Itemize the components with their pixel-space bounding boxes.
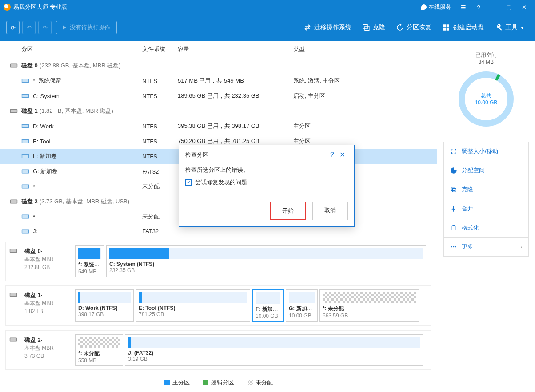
more-action[interactable]: 更多› bbox=[443, 238, 529, 257]
more-label: 更多 bbox=[462, 243, 473, 251]
map-partition[interactable]: G: 新加卷... 10.00 GB bbox=[286, 289, 318, 322]
play-icon bbox=[63, 25, 66, 30]
partition-fs: NTFS bbox=[142, 123, 178, 130]
partition-name: *: 系统保留 bbox=[33, 77, 142, 85]
merge-action[interactable]: 合并 bbox=[443, 199, 529, 218]
clone-action[interactable]: 克隆 bbox=[443, 180, 529, 199]
svg-rect-23 bbox=[22, 185, 28, 188]
allocate-label: 分配空间 bbox=[462, 166, 485, 174]
part-fill bbox=[139, 292, 247, 303]
map-disk-title: 磁盘 0· bbox=[24, 247, 68, 255]
format-label: 格式化 bbox=[462, 224, 479, 232]
boot-disk-button[interactable]: 创建启动盘 bbox=[437, 14, 489, 41]
dialog-help-icon: ? bbox=[330, 151, 334, 158]
recover-button[interactable]: 分区恢复 bbox=[391, 14, 437, 41]
redo-button[interactable]: ↷ bbox=[38, 21, 52, 34]
map-part-label: *: 未分配 bbox=[78, 350, 120, 357]
help-button[interactable]: ? bbox=[471, 0, 486, 14]
fix-errors-checkbox[interactable]: ✓ 尝试修复发现的问题 bbox=[185, 178, 348, 186]
pending-ops: 没有待执行操作 bbox=[56, 21, 117, 34]
maximize-button[interactable]: ▢ bbox=[501, 0, 516, 14]
legend-logical: 逻辑分区 bbox=[203, 379, 234, 387]
partition-row[interactable]: C: System NTFS 189.65 GB 已用，共 232.35 GB … bbox=[0, 88, 437, 103]
map-partition[interactable]: *: 未分配 663.59 GB bbox=[319, 289, 419, 322]
online-service-button[interactable]: 在线服务 bbox=[417, 0, 456, 14]
partition-name: * bbox=[33, 214, 142, 220]
partition-icon bbox=[21, 139, 29, 144]
map-partition[interactable]: C: System (NTFS) 232.35 GB bbox=[106, 245, 426, 277]
svg-rect-0 bbox=[363, 24, 367, 29]
disk-row[interactable]: 磁盘 0 (232.88 GB, 基本盘, MBR 磁盘) bbox=[0, 58, 437, 73]
menu-button[interactable]: ☰ bbox=[456, 0, 471, 14]
col-filesystem: 文件系统 bbox=[142, 45, 178, 53]
dialog-cancel-button[interactable]: 取消 bbox=[312, 202, 348, 220]
legend-unalloc: 未分配 bbox=[248, 379, 273, 387]
titlebar: 易我分区大师 专业版 在线服务 ☰ ? — ▢ ✕ bbox=[0, 0, 535, 14]
table-header: 分区 文件系统 容量 类型 bbox=[0, 41, 437, 58]
map-disk-sub: 基本盘 MBR bbox=[24, 299, 68, 307]
undo-button[interactable]: ↶ bbox=[22, 21, 36, 34]
format-icon bbox=[450, 224, 457, 231]
undo-icon: ↶ bbox=[27, 24, 32, 31]
map-disk-size: 3.73 GB bbox=[24, 352, 68, 360]
map-partition[interactable]: *: 系统保... 549 MB bbox=[75, 245, 104, 277]
map-part-size: 3.19 GB bbox=[128, 356, 420, 362]
hdd-icon bbox=[9, 292, 17, 297]
dialog-start-button[interactable]: 开始 bbox=[270, 202, 306, 220]
disk-maps: 磁盘 0· 基本盘 MBR 232.88 GB *: 系统保... 549 MB… bbox=[0, 238, 437, 374]
svg-point-43 bbox=[455, 246, 456, 248]
partition-fs: NTFS bbox=[142, 93, 178, 99]
app-logo-icon bbox=[4, 4, 11, 11]
allocate-action[interactable]: 分配空间 bbox=[443, 161, 529, 180]
partition-type: 主分区 bbox=[293, 137, 437, 145]
dialog-message: 检查所选分区上的错误。 bbox=[185, 166, 348, 174]
svg-rect-21 bbox=[22, 170, 28, 173]
close-button[interactable]: ✕ bbox=[516, 0, 531, 14]
svg-rect-27 bbox=[22, 215, 28, 218]
tools-button[interactable]: 工具 ▾ bbox=[489, 14, 529, 41]
svg-rect-7 bbox=[11, 64, 17, 67]
clone-button[interactable]: 克隆 bbox=[357, 14, 391, 41]
dialog-title: 检查分区 bbox=[185, 151, 327, 159]
square-logical-icon bbox=[203, 380, 208, 385]
map-partition[interactable]: F: 新加卷... 10.00 GB bbox=[252, 289, 284, 322]
disk-row[interactable]: 磁盘 1 (1.82 TB, 基本盘, MBR 磁盘) bbox=[0, 103, 437, 119]
map-partition[interactable]: *: 未分配 558 MB bbox=[75, 334, 123, 366]
map-disk-title: 磁盘 1· bbox=[24, 291, 68, 299]
partition-type: 系统, 激活, 主分区 bbox=[293, 77, 437, 85]
unalloc-fill bbox=[323, 292, 416, 303]
map-disk-info: 磁盘 0· 基本盘 MBR 232.88 GB bbox=[22, 245, 71, 277]
map-part-size: 10.00 GB bbox=[289, 313, 315, 319]
chevron-down-icon: ▾ bbox=[521, 25, 523, 30]
map-part-label: *: 系统保... bbox=[78, 261, 101, 269]
part-fill bbox=[78, 248, 101, 259]
hdd-icon bbox=[10, 108, 18, 114]
map-partition[interactable]: D: Work (NTFS) 398.17 GB bbox=[75, 289, 134, 322]
map-disk-size: 1.82 TB bbox=[24, 307, 68, 315]
partition-row[interactable]: *: 系统保留 NTFS 517 MB 已用，共 549 MB 系统, 激活, … bbox=[0, 73, 437, 88]
svg-rect-29 bbox=[22, 230, 28, 233]
dialog-help-button[interactable]: ? bbox=[327, 151, 337, 159]
map-partition[interactable]: E: Tool (NTFS) 781.25 GB bbox=[136, 289, 250, 322]
refresh-button[interactable]: ⟳ bbox=[6, 21, 20, 34]
dialog-close-button[interactable]: ✕ bbox=[337, 150, 348, 159]
part-fill bbox=[109, 248, 423, 259]
merge-icon bbox=[450, 205, 457, 212]
checkbox-checked-icon: ✓ bbox=[185, 179, 192, 186]
svg-rect-15 bbox=[22, 125, 28, 127]
bell-icon bbox=[421, 4, 427, 10]
format-action[interactable]: 格式化 bbox=[443, 218, 529, 238]
app-title: 易我分区大师 专业版 bbox=[13, 3, 67, 11]
migrate-os-button[interactable]: 迁移操作系统 bbox=[298, 14, 357, 41]
minimize-button[interactable]: — bbox=[486, 0, 501, 14]
svg-rect-40 bbox=[451, 226, 456, 230]
map-part-label: E: Tool (NTFS) bbox=[139, 305, 247, 311]
square-primary-icon bbox=[164, 380, 170, 385]
more-icon bbox=[450, 243, 457, 250]
resize-action[interactable]: 调整大小/移动 bbox=[443, 142, 529, 161]
map-partition[interactable]: J: (FAT32) 3.19 GB bbox=[125, 334, 423, 366]
partition-row[interactable]: D: Work NTFS 395.38 GB 已用，共 398.17 GB 主分… bbox=[0, 119, 437, 134]
tools-icon bbox=[495, 24, 503, 32]
square-unalloc-icon bbox=[248, 380, 253, 385]
chevron-right-icon: › bbox=[520, 244, 522, 249]
